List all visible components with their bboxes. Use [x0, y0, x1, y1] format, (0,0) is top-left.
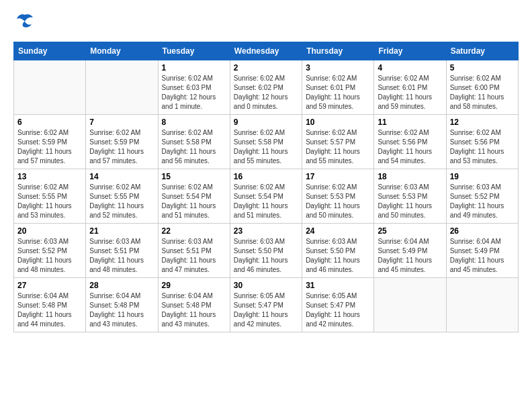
day-number: 9: [234, 118, 298, 127]
day-detail: Sunrise: 6:04 AM Sunset: 5:48 PM Dayligh…: [17, 291, 82, 329]
day-detail: Sunrise: 6:05 AM Sunset: 5:47 PM Dayligh…: [306, 291, 370, 329]
day-number: 29: [162, 281, 226, 290]
day-detail: Sunrise: 6:03 AM Sunset: 5:50 PM Dayligh…: [306, 237, 370, 275]
day-number: 4: [378, 63, 442, 73]
day-number: 11: [378, 118, 442, 127]
calendar-cell: 2Sunrise: 6:02 AM Sunset: 6:02 PM Daylig…: [230, 60, 302, 115]
calendar-cell: [374, 278, 446, 332]
day-detail: Sunrise: 6:02 AM Sunset: 5:55 PM Dayligh…: [17, 183, 82, 220]
calendar-cell: 22Sunrise: 6:03 AM Sunset: 5:51 PM Dayli…: [158, 224, 230, 278]
logo: [13, 13, 34, 31]
calendar-day-header: Monday: [86, 42, 158, 60]
day-detail: Sunrise: 6:05 AM Sunset: 5:47 PM Dayligh…: [234, 291, 298, 329]
calendar-cell: [14, 60, 86, 115]
day-detail: Sunrise: 6:02 AM Sunset: 5:57 PM Dayligh…: [306, 128, 370, 166]
day-detail: Sunrise: 6:03 AM Sunset: 5:51 PM Dayligh…: [89, 237, 154, 275]
day-detail: Sunrise: 6:02 AM Sunset: 6:01 PM Dayligh…: [378, 74, 442, 111]
calendar-cell: 28Sunrise: 6:04 AM Sunset: 5:48 PM Dayli…: [86, 278, 158, 332]
calendar-cell: 17Sunrise: 6:02 AM Sunset: 5:53 PM Dayli…: [302, 169, 374, 224]
calendar-cell: 14Sunrise: 6:02 AM Sunset: 5:55 PM Dayli…: [86, 169, 158, 224]
day-detail: Sunrise: 6:02 AM Sunset: 6:01 PM Dayligh…: [306, 74, 370, 111]
day-number: 14: [89, 172, 154, 181]
day-detail: Sunrise: 6:02 AM Sunset: 5:56 PM Dayligh…: [378, 128, 442, 166]
day-detail: Sunrise: 6:02 AM Sunset: 5:58 PM Dayligh…: [162, 128, 226, 166]
day-number: 23: [234, 226, 298, 236]
day-number: 31: [306, 281, 370, 290]
day-number: 22: [162, 226, 226, 236]
day-number: 30: [234, 281, 298, 290]
calendar-cell: 7Sunrise: 6:02 AM Sunset: 5:59 PM Daylig…: [86, 115, 158, 169]
calendar-cell: 12Sunrise: 6:02 AM Sunset: 5:56 PM Dayli…: [446, 115, 518, 169]
calendar-cell: 15Sunrise: 6:02 AM Sunset: 5:54 PM Dayli…: [158, 169, 230, 224]
day-number: 27: [17, 281, 82, 290]
day-number: 24: [306, 226, 370, 236]
calendar-cell: 21Sunrise: 6:03 AM Sunset: 5:51 PM Dayli…: [86, 224, 158, 278]
calendar-cell: 27Sunrise: 6:04 AM Sunset: 5:48 PM Dayli…: [14, 278, 86, 332]
day-number: 17: [306, 172, 370, 181]
day-detail: Sunrise: 6:03 AM Sunset: 5:51 PM Dayligh…: [162, 237, 226, 275]
day-detail: Sunrise: 6:02 AM Sunset: 6:03 PM Dayligh…: [162, 74, 226, 111]
day-number: 26: [450, 226, 515, 236]
page-header: [13, 13, 519, 31]
calendar-day-header: Saturday: [446, 42, 518, 60]
day-detail: Sunrise: 6:02 AM Sunset: 5:54 PM Dayligh…: [234, 183, 298, 220]
calendar-cell: 4Sunrise: 6:02 AM Sunset: 6:01 PM Daylig…: [374, 60, 446, 115]
day-number: 8: [162, 118, 226, 127]
calendar-cell: 8Sunrise: 6:02 AM Sunset: 5:58 PM Daylig…: [158, 115, 230, 169]
calendar-cell: 11Sunrise: 6:02 AM Sunset: 5:56 PM Dayli…: [374, 115, 446, 169]
day-detail: Sunrise: 6:02 AM Sunset: 5:56 PM Dayligh…: [450, 128, 515, 166]
calendar-day-header: Sunday: [14, 42, 86, 60]
day-detail: Sunrise: 6:04 AM Sunset: 5:49 PM Dayligh…: [378, 237, 442, 275]
calendar-cell: 24Sunrise: 6:03 AM Sunset: 5:50 PM Dayli…: [302, 224, 374, 278]
calendar-cell: 3Sunrise: 6:02 AM Sunset: 6:01 PM Daylig…: [302, 60, 374, 115]
calendar-cell: 13Sunrise: 6:02 AM Sunset: 5:55 PM Dayli…: [14, 169, 86, 224]
day-detail: Sunrise: 6:02 AM Sunset: 5:53 PM Dayligh…: [306, 183, 370, 220]
calendar-cell: 9Sunrise: 6:02 AM Sunset: 5:58 PM Daylig…: [230, 115, 302, 169]
day-detail: Sunrise: 6:03 AM Sunset: 5:53 PM Dayligh…: [378, 183, 442, 220]
calendar-day-header: Tuesday: [158, 42, 230, 60]
day-detail: Sunrise: 6:04 AM Sunset: 5:48 PM Dayligh…: [89, 291, 154, 329]
calendar-cell: 1Sunrise: 6:02 AM Sunset: 6:03 PM Daylig…: [158, 60, 230, 115]
day-number: 16: [234, 172, 298, 181]
day-detail: Sunrise: 6:02 AM Sunset: 5:54 PM Dayligh…: [162, 183, 226, 220]
calendar-cell: 30Sunrise: 6:05 AM Sunset: 5:47 PM Dayli…: [230, 278, 302, 332]
calendar-cell: 6Sunrise: 6:02 AM Sunset: 5:59 PM Daylig…: [14, 115, 86, 169]
calendar-cell: 26Sunrise: 6:04 AM Sunset: 5:49 PM Dayli…: [446, 224, 518, 278]
calendar-day-header: Friday: [374, 42, 446, 60]
calendar-day-header: Wednesday: [230, 42, 302, 60]
day-detail: Sunrise: 6:03 AM Sunset: 5:50 PM Dayligh…: [234, 237, 298, 275]
day-number: 28: [89, 281, 154, 290]
calendar-cell: 29Sunrise: 6:04 AM Sunset: 5:48 PM Dayli…: [158, 278, 230, 332]
day-detail: Sunrise: 6:04 AM Sunset: 5:48 PM Dayligh…: [162, 291, 226, 329]
calendar-cell: 20Sunrise: 6:03 AM Sunset: 5:52 PM Dayli…: [14, 224, 86, 278]
day-detail: Sunrise: 6:02 AM Sunset: 5:59 PM Dayligh…: [89, 128, 154, 166]
calendar-cell: 25Sunrise: 6:04 AM Sunset: 5:49 PM Dayli…: [374, 224, 446, 278]
day-number: 6: [17, 118, 82, 127]
day-detail: Sunrise: 6:02 AM Sunset: 5:55 PM Dayligh…: [89, 183, 154, 220]
calendar-cell: 10Sunrise: 6:02 AM Sunset: 5:57 PM Dayli…: [302, 115, 374, 169]
calendar-cell: 5Sunrise: 6:02 AM Sunset: 6:00 PM Daylig…: [446, 60, 518, 115]
day-number: 12: [450, 118, 515, 127]
day-number: 13: [17, 172, 82, 181]
day-detail: Sunrise: 6:02 AM Sunset: 5:58 PM Dayligh…: [234, 128, 298, 166]
day-number: 10: [306, 118, 370, 127]
calendar-cell: 16Sunrise: 6:02 AM Sunset: 5:54 PM Dayli…: [230, 169, 302, 224]
day-number: 15: [162, 172, 226, 181]
calendar-cell: 31Sunrise: 6:05 AM Sunset: 5:47 PM Dayli…: [302, 278, 374, 332]
day-number: 18: [378, 172, 442, 181]
day-number: 1: [162, 63, 226, 73]
logo-bird-icon: [15, 13, 34, 31]
calendar-day-header: Thursday: [302, 42, 374, 60]
day-number: 2: [234, 63, 298, 73]
calendar-cell: 19Sunrise: 6:03 AM Sunset: 5:52 PM Dayli…: [446, 169, 518, 224]
day-number: 20: [17, 226, 82, 236]
calendar-cell: 18Sunrise: 6:03 AM Sunset: 5:53 PM Dayli…: [374, 169, 446, 224]
calendar-cell: [86, 60, 158, 115]
day-detail: Sunrise: 6:02 AM Sunset: 5:59 PM Dayligh…: [17, 128, 82, 166]
day-number: 19: [450, 172, 515, 181]
day-detail: Sunrise: 6:03 AM Sunset: 5:52 PM Dayligh…: [450, 183, 515, 220]
day-number: 3: [306, 63, 370, 73]
day-detail: Sunrise: 6:03 AM Sunset: 5:52 PM Dayligh…: [17, 237, 82, 275]
day-detail: Sunrise: 6:04 AM Sunset: 5:49 PM Dayligh…: [450, 237, 515, 275]
day-number: 5: [450, 63, 515, 73]
